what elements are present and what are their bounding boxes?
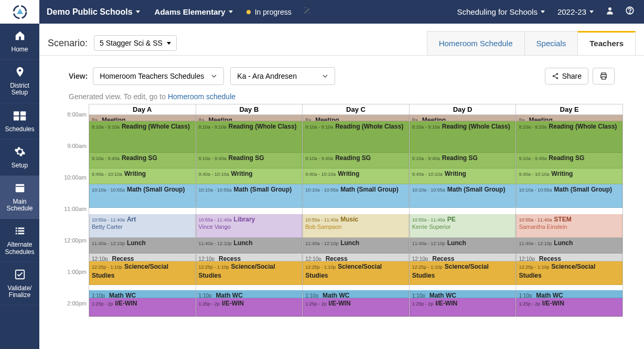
schedule-block[interactable]: 12:25p - 1:10p Science/Social Studies (303, 261, 409, 285)
schedule-block[interactable]: 1:25p - 2p I/E-WIN (196, 298, 303, 316)
schedule-block[interactable]: 10:55a - 11:40a MusicBob Sampson (303, 214, 409, 238)
sidebar-item-setup[interactable]: Setup (0, 140, 39, 176)
schedule-block[interactable]: 1:25p - 2p I/E-WIN (410, 298, 516, 316)
block-time: 8a (199, 118, 205, 121)
schedule-block[interactable]: 8:10a - 9:10a Reading (Whole Class) (196, 121, 303, 153)
schedule-block[interactable]: 8:10a - 9:10a Reading (Whole Class) (516, 121, 622, 153)
share-icon (552, 72, 559, 80)
schedule-block[interactable]: 11:40a - 12:10p Lunch (303, 238, 409, 253)
scenario-dropdown[interactable]: 5 Stagger Sci & SS (94, 35, 177, 51)
schedule-block[interactable]: 10:10a - 10:55a Math (Small Group) (516, 184, 622, 208)
sidebar-item-home[interactable]: Home (0, 24, 39, 60)
svg-rect-7 (20, 111, 25, 115)
schedule-block[interactable]: 12:25p - 1:10p Science/Social Studies (410, 261, 516, 285)
block-title: Math (Small Group) (554, 186, 612, 193)
user-icon[interactable] (600, 6, 620, 18)
schedule-block[interactable]: 1:25p - 2p I/E-WIN (516, 298, 622, 316)
sidebar-item-alternate-schedules[interactable]: Alternate Schedules (0, 219, 39, 262)
schedule-block[interactable]: 10:55a - 11:40a PEKerrie Superior (410, 214, 516, 238)
block-title: Reading (Whole Class) (442, 123, 510, 130)
homeroom-schedule-link[interactable]: Homeroom schedule (168, 92, 235, 101)
schedule-block[interactable]: 9:10a - 9:40a Reading SG (196, 153, 303, 168)
schedule-block[interactable]: 8a Meeting (303, 115, 409, 121)
schedule-block[interactable]: 12:10p Recess (196, 253, 303, 261)
schedule-block[interactable]: 11:40a - 12:10p Lunch (410, 238, 516, 253)
time-label: 12:00pm (60, 237, 87, 269)
sidebar-item-schedules[interactable]: Schedules (0, 103, 39, 140)
schedule-block (516, 208, 622, 214)
schedule-block[interactable]: 12:25p - 1:10p Science/Social Studies (89, 261, 196, 285)
schedule-block[interactable]: 12:25p - 1:10p Science/Social Studies (196, 261, 303, 285)
schedule-block[interactable]: 9:40a - 10:10a Writing (196, 168, 303, 184)
schedule-block[interactable]: 12:25p - 1:10p Science/Social Studies (516, 261, 622, 285)
help-icon[interactable] (620, 6, 640, 18)
chevron-down-icon (167, 42, 171, 45)
block-time: 12:10p (199, 256, 215, 261)
block-time: 9:40a - 10:10a (519, 172, 549, 177)
check-icon (1, 269, 38, 283)
schedule-block[interactable]: 12:10p Recess (89, 253, 196, 261)
schedule-block[interactable]: 9:10a - 9:40a Reading SG (303, 153, 409, 168)
block-time: 10:10a - 10:55a (412, 187, 445, 193)
block-title: PE (447, 216, 456, 223)
schedule-block[interactable]: 11:40a - 12:10p Lunch (89, 238, 196, 253)
view-mode-dropdown[interactable]: Homeroom Teachers Schedules (93, 67, 224, 85)
schedule-block[interactable]: 9:40a - 10:10a Writing (89, 168, 196, 184)
schedule-block[interactable]: 8a Meeting (196, 115, 303, 121)
app-mode-dropdown[interactable]: Scheduling for Schools (451, 7, 551, 16)
block-time: 11:40a - 12:10p (412, 241, 445, 246)
schedule-block[interactable]: 1:10p Math WC (410, 290, 516, 298)
schedule-block[interactable]: 9:40a - 10:10a Writing (303, 168, 409, 184)
block-title: Reading (Whole Class) (335, 123, 403, 130)
schedule-block[interactable]: 1:25p - 2p I/E-WIN (89, 298, 196, 316)
schedule-block[interactable]: 10:10a - 10:55a Math (Small Group) (196, 184, 303, 208)
teacher-dropdown[interactable]: Ka - Ara Andresen (230, 67, 335, 85)
schedule-block[interactable]: 9:10a - 9:40a Reading SG (89, 153, 196, 168)
schedule-block[interactable]: 10:10a - 10:55a Math (Small Group) (410, 184, 516, 208)
schedule-block[interactable]: 1:10p Math WC (196, 290, 303, 298)
tab-teachers[interactable]: Teachers (577, 31, 636, 55)
print-button[interactable] (593, 68, 615, 84)
block-title: Writing (338, 170, 359, 177)
schedule-block[interactable]: 9:40a - 10:10a Writing (410, 168, 516, 184)
year-dropdown[interactable]: 2022-23 (551, 7, 600, 16)
block-title: Math WC (536, 292, 563, 298)
schedule-block[interactable]: 1:25p - 2p I/E-WIN (303, 298, 409, 316)
block-time: 12:25p - 1:10p (305, 265, 336, 270)
schedule-block[interactable]: 9:10a - 9:40a Reading SG (410, 153, 516, 168)
schedule-block[interactable]: 8a Meeting (410, 115, 516, 121)
share-button[interactable]: Share (545, 68, 588, 84)
schedule-block[interactable]: 9:40a - 10:10a Writing (516, 168, 622, 184)
schedule-block[interactable]: 8:10a - 9:10a Reading (Whole Class) (89, 121, 196, 153)
schedule-block[interactable]: 1:10p Math WC (89, 290, 196, 298)
schedule-block[interactable]: 10:10a - 10:55a Math (Small Group) (303, 184, 409, 208)
schedule-block[interactable]: 8a Meeting (89, 115, 196, 121)
schedule-block[interactable]: 1:10p Math WC (303, 290, 409, 298)
schedule-block[interactable]: 9:10a - 9:40a Reading SG (516, 153, 622, 168)
schedule-block[interactable]: 10:55a - 11:40a STEMSamantha Einstein (516, 214, 622, 238)
schedule-block[interactable]: 12:10p Recess (410, 253, 516, 261)
tab-specials[interactable]: Specials (524, 31, 578, 55)
wand-icon[interactable] (298, 6, 316, 18)
sidebar-item-main-schedule[interactable]: Main Schedule (0, 176, 39, 219)
time-axis: 8:00am9:00am10:00am11:00am12:00pm1:00pm2… (60, 111, 87, 332)
school-dropdown[interactable]: Adams Elementary (147, 7, 240, 16)
schedule-block[interactable]: 8:10a - 9:10a Reading (Whole Class) (410, 121, 516, 153)
schedule-block[interactable]: 8a Meeting (516, 115, 622, 121)
tab-homeroom-schedule[interactable]: Homeroom Schedule (427, 31, 524, 55)
schedule-block[interactable]: 1:10p Math WC (516, 290, 622, 298)
schedule-block[interactable]: 10:55a - 11:40a LibraryVince Vango (196, 214, 303, 238)
schedule-block[interactable]: 11:40a - 12:10p Lunch (196, 238, 303, 253)
sidebar-item-district-setup[interactable]: District Setup (0, 60, 39, 103)
schedule-block[interactable]: 10:10a - 10:55a Math (Small Group) (89, 184, 196, 208)
svg-rect-15 (15, 230, 17, 232)
sidebar-item-validate-finalize[interactable]: Validate/ Finalize (0, 262, 39, 305)
schedule-block[interactable]: 10:55a - 11:40a ArtBetty Carter (89, 214, 196, 238)
district-dropdown[interactable]: Demo Public Schools (39, 7, 147, 17)
schedule-block[interactable]: 11:40a - 12:10p Lunch (516, 238, 622, 253)
schedule-block[interactable]: 12:10p Recess (516, 253, 622, 261)
schedule-block[interactable]: 12:10p Recess (303, 253, 409, 261)
block-time: 1:25p - 2p (519, 301, 540, 306)
block-title: I/E-WIN (542, 300, 564, 307)
schedule-block[interactable]: 8:10a - 9:10a Reading (Whole Class) (303, 121, 409, 153)
